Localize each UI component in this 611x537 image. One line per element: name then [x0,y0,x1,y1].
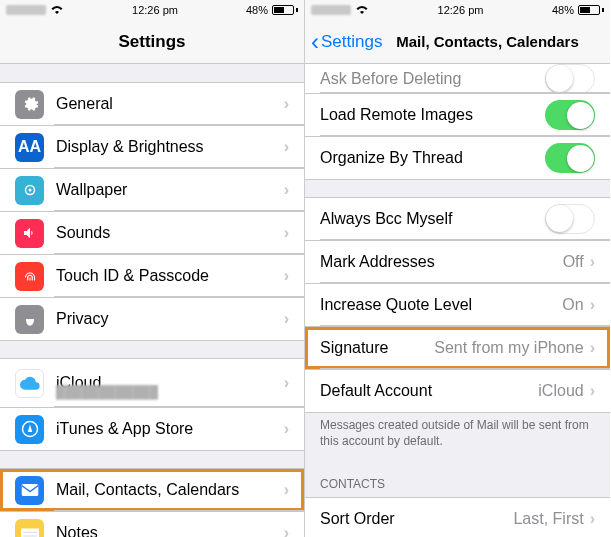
toggle-organize-by-thread[interactable] [545,143,595,173]
row-always-bcc-myself[interactable]: Always Bcc Myself [305,197,610,241]
display-icon: AA [15,133,44,162]
mail-icon [15,476,44,505]
chevron-left-icon: ‹ [311,30,319,54]
page-title: Settings [118,32,185,52]
row-label: Touch ID & Passcode [56,267,284,285]
icloud-account-label: ████████████ [56,385,158,399]
carrier-label [311,5,351,15]
row-mark-addresses[interactable]: Mark Addresses Off › [305,240,610,284]
chevron-right-icon: › [284,95,289,113]
appstore-icon [15,415,44,444]
notes-icon [15,519,44,538]
chevron-right-icon: › [284,224,289,242]
hand-icon [15,305,44,334]
toggle-load-remote-images[interactable] [545,100,595,130]
row-detail: Off [563,253,584,271]
row-label: Sort Order [320,510,513,528]
row-default-account[interactable]: Default Account iCloud › [305,369,610,413]
row-label: Wallpaper [56,181,284,199]
section-header-contacts: CONTACTS [305,463,610,497]
toggle-ask-before-deleting[interactable] [545,64,595,94]
row-label: Sounds [56,224,284,242]
row-mail-contacts-calendars[interactable]: Mail, Contacts, Calendars › [0,468,304,512]
svg-point-1 [28,189,31,192]
chevron-right-icon: › [284,420,289,438]
battery-icon [272,5,298,15]
back-button[interactable]: ‹ Settings [311,30,382,54]
row-signature[interactable]: Signature Sent from my iPhone › [305,326,610,370]
back-label: Settings [321,32,382,52]
nav-bar: ‹ Settings Mail, Contacts, Calendars [305,20,610,64]
row-notes[interactable]: Notes › [0,511,304,537]
row-label: Default Account [320,382,538,400]
row-label: Ask Before Deleting [320,70,545,88]
row-detail: Sent from my iPhone [434,339,583,357]
gear-icon [15,90,44,119]
row-detail: Last, First [513,510,583,528]
row-privacy[interactable]: Privacy › [0,297,304,341]
chevron-right-icon: › [284,310,289,328]
row-display-brightness[interactable]: AA Display & Brightness › [0,125,304,169]
wifi-icon [355,5,369,15]
row-label: Increase Quote Level [320,296,562,314]
page-title: Mail, Contacts, Calendars [396,33,579,50]
cloud-icon [15,369,44,398]
wifi-icon [50,5,64,15]
battery-percent: 48% [246,4,268,16]
row-label: Notes [56,524,284,537]
row-load-remote-images[interactable]: Load Remote Images [305,93,610,137]
toggle-always-bcc[interactable] [545,204,595,234]
row-detail: iCloud [538,382,583,400]
chevron-right-icon: › [590,339,595,357]
status-bar: 12:26 pm 48% [0,0,304,20]
row-icloud[interactable]: iCloud ████████████ › [0,358,304,408]
chevron-right-icon: › [284,374,289,392]
row-ask-before-deleting[interactable]: Ask Before Deleting [305,64,610,94]
sounds-icon [15,219,44,248]
row-label: Always Bcc Myself [320,210,545,228]
row-label: General [56,95,284,113]
svg-rect-4 [21,524,39,529]
row-general[interactable]: General › [0,82,304,126]
mail-settings-screen: 12:26 pm 48% ‹ Settings Mail, Contacts, … [305,0,610,537]
row-sounds[interactable]: Sounds › [0,211,304,255]
row-label: Display & Brightness [56,138,284,156]
row-label: Privacy [56,310,284,328]
row-sort-order[interactable]: Sort Order Last, First › [305,497,610,537]
battery-icon [578,5,604,15]
row-label: Organize By Thread [320,149,545,167]
row-label: Mail, Contacts, Calendars [56,481,284,499]
row-label: Signature [320,339,434,357]
wallpaper-icon [15,176,44,205]
status-time: 12:26 pm [132,4,178,16]
row-itunes-appstore[interactable]: iTunes & App Store › [0,407,304,451]
chevron-right-icon: › [590,296,595,314]
row-wallpaper[interactable]: Wallpaper › [0,168,304,212]
chevron-right-icon: › [590,510,595,528]
chevron-right-icon: › [284,481,289,499]
carrier-label [6,5,46,15]
status-time: 12:26 pm [438,4,484,16]
row-label: Mark Addresses [320,253,563,271]
row-label: Load Remote Images [320,106,545,124]
battery-percent: 48% [552,4,574,16]
chevron-right-icon: › [284,267,289,285]
fingerprint-icon [15,262,44,291]
row-touchid-passcode[interactable]: Touch ID & Passcode › [0,254,304,298]
footer-note: Messages created outside of Mail will be… [305,412,610,463]
chevron-right-icon: › [590,382,595,400]
svg-rect-3 [21,484,38,496]
status-bar: 12:26 pm 48% [305,0,610,20]
chevron-right-icon: › [284,181,289,199]
chevron-right-icon: › [284,524,289,537]
row-detail: On [562,296,583,314]
nav-bar: Settings [0,20,304,64]
row-increase-quote-level[interactable]: Increase Quote Level On › [305,283,610,327]
row-organize-by-thread[interactable]: Organize By Thread [305,136,610,180]
chevron-right-icon: › [284,138,289,156]
chevron-right-icon: › [590,253,595,271]
settings-root-screen: 12:26 pm 48% Settings General › AA Dis [0,0,305,537]
row-label: iTunes & App Store [56,420,284,438]
